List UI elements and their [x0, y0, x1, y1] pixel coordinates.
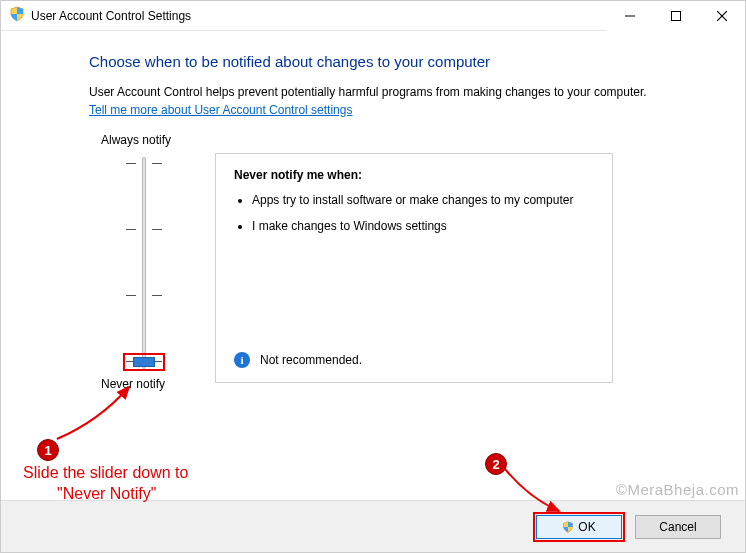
list-item: Apps try to install software or make cha…	[252, 192, 594, 208]
annotation-highlight-slider	[123, 353, 165, 371]
slider-track	[142, 157, 146, 369]
watermark: ©MeraBheja.com	[616, 481, 739, 498]
slider-tick	[126, 229, 162, 230]
window-controls	[607, 1, 745, 31]
slider-tick	[126, 295, 162, 296]
annotation-badge-2: 2	[485, 453, 507, 475]
dialog-footer: OK Cancel	[1, 500, 745, 552]
slider-tick	[126, 163, 162, 164]
content-area: Choose when to be notified about changes…	[1, 31, 745, 393]
page-heading: Choose when to be notified about changes…	[89, 53, 707, 70]
info-icon: i	[234, 352, 250, 368]
maximize-button[interactable]	[653, 1, 699, 31]
description-list: Apps try to install software or make cha…	[252, 192, 594, 234]
cancel-button-label: Cancel	[659, 520, 696, 534]
page-subtext: User Account Control helps prevent poten…	[89, 84, 707, 101]
minimize-button[interactable]	[607, 1, 653, 31]
list-item: I make changes to Windows settings	[252, 218, 594, 234]
svg-rect-1	[672, 11, 681, 20]
shield-icon	[9, 6, 25, 25]
ok-button-label: OK	[578, 520, 595, 534]
titlebar: User Account Control Settings	[1, 1, 745, 31]
recommendation-row: i Not recommended.	[234, 352, 362, 368]
shield-icon	[562, 521, 574, 533]
window-title: User Account Control Settings	[31, 9, 191, 23]
annotation-highlight-ok: OK	[533, 512, 625, 542]
learn-more-link[interactable]: Tell me more about User Account Control …	[89, 103, 352, 117]
recommendation-text: Not recommended.	[260, 353, 362, 367]
close-button[interactable]	[699, 1, 745, 31]
slider-area: Always notify Never notify Never notify …	[89, 133, 707, 393]
description-title: Never notify me when:	[234, 168, 594, 182]
ok-button[interactable]: OK	[536, 515, 622, 539]
description-panel: Never notify me when: Apps try to instal…	[215, 153, 613, 383]
uac-slider[interactable]	[129, 157, 159, 369]
slider-label-bottom: Never notify	[101, 377, 165, 391]
annotation-text-1: Slide the slider down to "Never Notify"	[23, 463, 188, 505]
annotation-badge-1: 1	[37, 439, 59, 461]
cancel-button[interactable]: Cancel	[635, 515, 721, 539]
slider-label-top: Always notify	[101, 133, 171, 147]
